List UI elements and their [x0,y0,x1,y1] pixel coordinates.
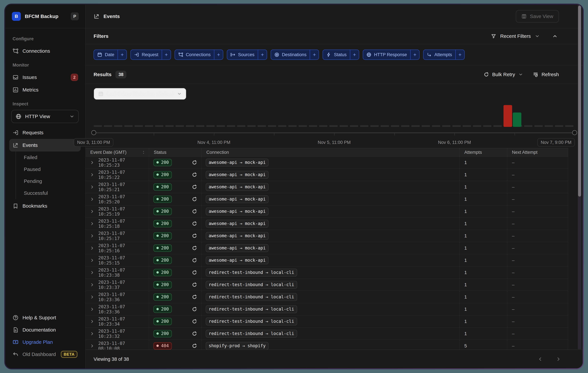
sidebar-item-events[interactable]: Events [9,139,81,151]
table-row[interactable]: 2023-11-07 10:23:38 200 redirect-test-in… [86,267,568,279]
row-expand-chevron-icon[interactable] [90,197,94,201]
sidebar-item-requests[interactable]: Requests [9,126,81,139]
chip-add-button[interactable]: + [310,50,319,60]
retry-icon[interactable] [192,307,197,312]
slider-handle-end[interactable] [572,130,577,135]
row-expand-chevron-icon[interactable] [90,234,94,238]
chip-add-button[interactable]: + [214,50,223,60]
filter-chip[interactable]: HTTP Response + [363,50,420,60]
row-expand-chevron-icon[interactable] [90,332,94,336]
sidebar-subitem[interactable]: Failed [24,151,81,163]
connection-pill[interactable]: redirect-test-inbound → local-cli [206,293,297,301]
retry-icon[interactable] [192,160,197,165]
filter-chip[interactable]: Status + [323,50,359,60]
connection-pill[interactable]: awesome-api → mock-api [206,183,269,191]
table-row[interactable]: 2023-11-07 10:23:36 200 redirect-test-in… [86,291,568,303]
filter-chip[interactable]: Sources + [227,50,267,60]
histogram-bar[interactable] [513,112,521,127]
retry-icon[interactable] [192,319,197,324]
row-expand-chevron-icon[interactable] [90,161,94,165]
chip-add-button[interactable]: + [258,50,267,60]
row-expand-chevron-icon[interactable] [90,209,94,214]
collapse-section-chevron-up-icon[interactable] [552,33,557,39]
connection-pill[interactable]: awesome-api → mock-api [206,171,269,179]
bulk-retry-button[interactable]: Bulk Retry [484,72,523,77]
connection-pill[interactable]: redirect-test-inbound → local-cli [206,281,297,289]
chip-add-button[interactable]: + [350,50,359,60]
chip-add-button[interactable]: + [117,50,126,60]
project-switcher[interactable]: B BFCM Backup P [5,5,85,28]
table-row[interactable]: 2023-11-07 10:25:20 200 awesome-api → mo… [86,193,568,205]
table-row[interactable]: 2023-11-07 10:25:18 200 awesome-api → mo… [86,218,568,230]
table-row[interactable]: 2023-11-07 10:23:36 200 redirect-test-in… [86,303,568,315]
filter-chip[interactable]: Attempts + [423,50,465,60]
retry-icon[interactable] [192,294,197,300]
connection-pill[interactable]: shopify-prod → shopify [206,342,269,350]
sidebar-item-metrics[interactable]: Metrics [9,84,81,96]
column-header-attempts[interactable]: Attempts [460,148,507,156]
filter-chip[interactable]: Date + [94,50,127,60]
table-row[interactable]: 2023-11-07 10:25:19 200 awesome-api → mo… [86,205,568,218]
retry-icon[interactable] [192,209,197,214]
table-row[interactable]: 2023-11-07 10:23:37 200 redirect-test-in… [86,279,568,291]
sidebar-item-documentation[interactable]: Documentation [9,324,81,336]
save-view-button[interactable]: Save View [516,10,559,23]
filter-chip[interactable]: Request + [130,50,171,60]
retry-icon[interactable] [192,331,197,336]
column-header-event-date[interactable]: Event Date (GMT) [86,148,149,156]
scrollbar-thumb[interactable] [578,6,581,197]
table-row[interactable]: 2023-11-07 10:25:23 200 awesome-api → mo… [86,157,568,169]
connection-pill[interactable]: redirect-test-inbound → local-cli [206,317,297,325]
column-header-next-attempt[interactable]: Next Attempt [507,148,568,156]
retry-icon[interactable] [192,282,197,287]
time-range-slider[interactable] [94,130,575,135]
column-header-status[interactable]: Status [149,148,202,156]
connection-pill[interactable]: redirect-test-inbound → local-cli [206,305,297,313]
connection-pill[interactable]: awesome-api → mock-api [206,220,269,228]
sidebar-item-bookmarks[interactable]: Bookmarks [9,200,81,212]
retry-icon[interactable] [192,172,197,177]
refresh-button[interactable]: Refresh [533,72,559,77]
row-expand-chevron-icon[interactable] [90,185,94,189]
table-row[interactable]: 2023-11-07 10:25:22 200 awesome-api → mo… [86,169,568,181]
chip-add-button[interactable]: + [455,50,464,60]
row-expand-chevron-icon[interactable] [90,173,94,177]
sidebar-item-old-dashboard[interactable]: Old Dashboard BETA [9,348,81,361]
sidebar-subitem[interactable]: Successful [24,187,81,199]
connection-pill[interactable]: awesome-api → mock-api [206,207,269,215]
retry-icon[interactable] [192,245,197,251]
row-expand-chevron-icon[interactable] [90,222,94,226]
slider-handle-start[interactable] [91,130,96,135]
chip-add-button[interactable]: + [162,50,171,60]
date-range-button[interactable]: Last 3 days (Retention window) [94,88,186,100]
table-row[interactable]: 2023-11-07 10:25:17 200 awesome-api → mo… [86,230,568,242]
sidebar-subitem[interactable]: Pending [24,175,81,187]
sort-icon[interactable] [142,150,146,154]
sidebar-item-upgrade-plan[interactable]: Upgrade Plan [9,336,81,348]
page-next-button[interactable] [556,357,561,362]
table-row[interactable]: 2023-11-07 10:23:32 200 redirect-test-in… [86,328,568,340]
retry-icon[interactable] [192,221,197,226]
row-expand-chevron-icon[interactable] [90,283,94,287]
sidebar-item-connections[interactable]: Connections [9,45,81,57]
recent-filters-dropdown[interactable]: Recent Filters [491,33,557,39]
sidebar-item-issues[interactable]: Issues 2 [9,71,81,84]
table-row[interactable]: 2023-11-07 10:25:16 200 awesome-api → mo… [86,242,568,254]
histogram-bar[interactable] [504,105,512,127]
filter-chip[interactable]: Destinations + [271,50,319,60]
retry-icon[interactable] [192,343,197,349]
view-switcher[interactable]: HTTP View [11,110,79,123]
connection-pill[interactable]: redirect-test-inbound → local-cli [206,330,297,338]
retry-icon[interactable] [192,197,197,202]
row-expand-chevron-icon[interactable] [90,295,94,299]
sidebar-subitem[interactable]: Paused [24,163,81,175]
filter-chip[interactable]: Connections + [175,50,223,60]
table-row[interactable]: 2023-11-07 10:23:34 200 redirect-test-in… [86,315,568,328]
connection-pill[interactable]: awesome-api → mock-api [206,256,269,264]
sidebar-item-help[interactable]: Help & Support [9,312,81,324]
retry-icon[interactable] [192,233,197,239]
table-row[interactable]: 2023-11-07 10:25:21 200 awesome-api → mo… [86,181,568,193]
row-expand-chevron-icon[interactable] [90,258,94,262]
connection-pill[interactable]: awesome-api → mock-api [206,195,269,203]
connection-pill[interactable]: awesome-api → mock-api [206,159,269,167]
